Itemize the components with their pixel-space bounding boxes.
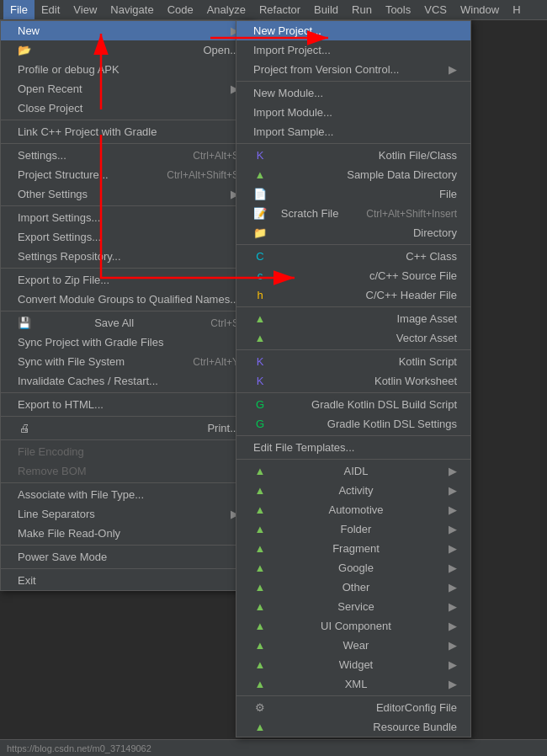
menu-item-sync-filesystem[interactable]: Sync with File System Ctrl+Alt+Y (1, 352, 252, 371)
submenu-item-gradle-kotlin-build[interactable]: G Gradle Kotlin DSL Build Script (236, 395, 470, 414)
submenu-item-import-sample[interactable]: Import Sample... (236, 122, 470, 141)
submenu-item-scratch-file[interactable]: 📝 Scratch File Ctrl+Alt+Shift+Insert (236, 204, 470, 223)
submenu-item-edit-templates[interactable]: Edit File Templates... (236, 438, 470, 457)
sub-sep-2 (236, 143, 470, 144)
submenu-item-import-module[interactable]: Import Module... (236, 103, 470, 122)
menu-item-open[interactable]: 📂 Open... (1, 40, 252, 60)
kotlin-worksheet-icon: K (253, 375, 267, 387)
xml-icon: ▲ (253, 678, 267, 690)
submenu-item-resource-bundle[interactable]: ▲ Resource Bundle (236, 717, 470, 737)
menu-h[interactable]: H (506, 0, 527, 19)
submenu-item-cpp-class[interactable]: C C++ Class (236, 247, 470, 266)
submenu-item-widget[interactable]: ▲ Widget ▶ (236, 655, 470, 674)
menu-item-line-separators[interactable]: Line Separators ▶ (1, 504, 252, 524)
menu-item-invalidate-caches[interactable]: Invalidate Caches / Restart... (1, 371, 252, 391)
submenu-item-editorconfig[interactable]: ⚙ EditorConfig File (236, 698, 470, 717)
submenu-item-fragment[interactable]: ▲ Fragment ▶ (236, 539, 470, 558)
menu-navigate[interactable]: Navigate (104, 0, 160, 19)
android-icon-1: ▲ (253, 168, 267, 181)
menu-tools[interactable]: Tools (379, 0, 417, 19)
menu-item-print[interactable]: 🖨 Print... (1, 418, 252, 438)
menu-view[interactable]: View (66, 0, 104, 19)
submenu-item-project-vcs[interactable]: Project from Version Control... ▶ (236, 60, 470, 79)
submenu-item-activity[interactable]: ▲ Activity ▶ (236, 481, 470, 500)
submenu-item-kotlin-file[interactable]: K Kotlin File/Class (236, 146, 470, 165)
menu-item-other-settings[interactable]: Other Settings ▶ (1, 184, 252, 204)
gradle-build-icon: G (253, 398, 267, 411)
sub-sep-9 (236, 695, 470, 696)
submenu-item-automotive[interactable]: ▲ Automotive ▶ (236, 500, 470, 519)
separator-5 (1, 311, 252, 311)
submenu-item-new-module[interactable]: New Module... (236, 83, 470, 103)
menu-item-convert-module[interactable]: Convert Module Groups to Qualified Names… (1, 290, 252, 309)
submenu-item-aidl[interactable]: ▲ AIDL ▶ (236, 461, 470, 481)
other-icon: ▲ (253, 581, 267, 594)
submenu-item-wear[interactable]: ▲ Wear ▶ (236, 636, 470, 655)
submenu-item-import-project[interactable]: Import Project... (236, 40, 470, 60)
menu-item-import-settings[interactable]: Import Settings... (1, 208, 252, 227)
kotlin-icon: K (253, 149, 267, 162)
submenu-item-gradle-kotlin-settings[interactable]: G Gradle Kotlin DSL Settings (236, 414, 470, 434)
submenu-item-google[interactable]: ▲ Google ▶ (236, 558, 470, 578)
menu-file[interactable]: File (3, 0, 35, 19)
menu-run[interactable]: Run (345, 0, 379, 19)
menu-window[interactable]: Window (454, 0, 506, 19)
submenu-item-directory[interactable]: 📁 Directory (236, 223, 470, 242)
automotive-icon: ▲ (253, 503, 267, 516)
menu-refactor[interactable]: Refactor (252, 0, 307, 19)
submenu-item-file[interactable]: 📄 File (236, 184, 470, 204)
menu-item-profile-apk[interactable]: Profile or debug APK (1, 60, 252, 79)
sub-sep-4 (236, 306, 470, 307)
menu-bar: File Edit View Navigate Code Analyze Ref… (0, 0, 547, 20)
gradle-settings-icon: G (253, 418, 267, 430)
submenu-item-folder[interactable]: ▲ Folder ▶ (236, 519, 470, 539)
menu-item-power-save[interactable]: Power Save Mode (1, 547, 252, 567)
submenu-arrow-widget: ▶ (449, 658, 457, 671)
menu-code[interactable]: Code (161, 0, 200, 19)
menu-item-open-recent[interactable]: Open Recent ▶ (1, 79, 252, 98)
menu-item-save-all[interactable]: 💾 Save All Ctrl+S (1, 313, 252, 333)
menu-item-new[interactable]: New ▶ (1, 21, 252, 40)
submenu-arrow-ui: ▶ (449, 620, 457, 632)
menu-item-sync-gradle[interactable]: Sync Project with Gradle Files (1, 333, 252, 352)
menu-item-settings-repo[interactable]: Settings Repository... (1, 247, 252, 266)
submenu-item-new-project[interactable]: New Project... (236, 21, 470, 40)
menu-build[interactable]: Build (307, 0, 345, 19)
menu-item-make-readonly[interactable]: Make File Read-Only (1, 524, 252, 543)
submenu-item-service[interactable]: ▲ Service ▶ (236, 597, 470, 616)
menu-item-export-html[interactable]: Export to HTML... (1, 395, 252, 414)
submenu-item-cpp-source[interactable]: c c/C++ Source File (236, 266, 470, 285)
submenu-item-vector-asset[interactable]: ▲ Vector Asset (236, 328, 470, 348)
submenu-item-sample-data-dir[interactable]: ▲ Sample Data Directory (236, 165, 470, 184)
submenu-item-kotlin-worksheet[interactable]: K Kotlin Worksheet (236, 371, 470, 391)
submenu-item-cpp-header[interactable]: h C/C++ Header File (236, 285, 470, 305)
menu-edit[interactable]: Edit (35, 0, 66, 19)
menu-item-link-cpp[interactable]: Link C++ Project with Gradle (1, 122, 252, 141)
submenu-item-ui-component[interactable]: ▲ UI Component ▶ (236, 616, 470, 636)
fragment-icon: ▲ (253, 542, 267, 555)
menu-vcs[interactable]: VCS (417, 0, 454, 19)
menu-item-associate-file[interactable]: Associate with File Type... (1, 485, 252, 504)
menu-item-remove-bom: Remove BOM (1, 461, 252, 481)
menu-item-export-zip[interactable]: Export to Zip File... (1, 270, 252, 290)
submenu-item-kotlin-script[interactable]: K Kotlin Script (236, 352, 470, 371)
submenu-arrow-aidl: ▶ (449, 465, 457, 477)
menu-analyze[interactable]: Analyze (200, 0, 252, 19)
submenu-arrow-folder: ▶ (449, 523, 457, 535)
submenu-item-xml[interactable]: ▲ XML ▶ (236, 674, 470, 694)
submenu-item-image-asset[interactable]: ▲ Image Asset (236, 309, 470, 328)
menu-item-close-project[interactable]: Close Project (1, 98, 252, 118)
menu-item-exit[interactable]: Exit (1, 571, 252, 590)
menu-item-settings[interactable]: Settings... Ctrl+Alt+S (1, 146, 252, 165)
separator-8 (1, 439, 252, 440)
separator-9 (1, 482, 252, 483)
google-icon: ▲ (253, 562, 267, 574)
separator-3 (1, 205, 252, 206)
sub-sep-6 (236, 392, 470, 393)
aidl-icon: ▲ (253, 465, 267, 477)
submenu-item-other[interactable]: ▲ Other ▶ (236, 578, 470, 597)
scratch-icon: 📝 (253, 207, 267, 220)
menu-item-export-settings[interactable]: Export Settings... (1, 227, 252, 247)
menu-item-project-structure[interactable]: Project Structure... Ctrl+Alt+Shift+S (1, 165, 252, 184)
separator-10 (1, 545, 252, 546)
